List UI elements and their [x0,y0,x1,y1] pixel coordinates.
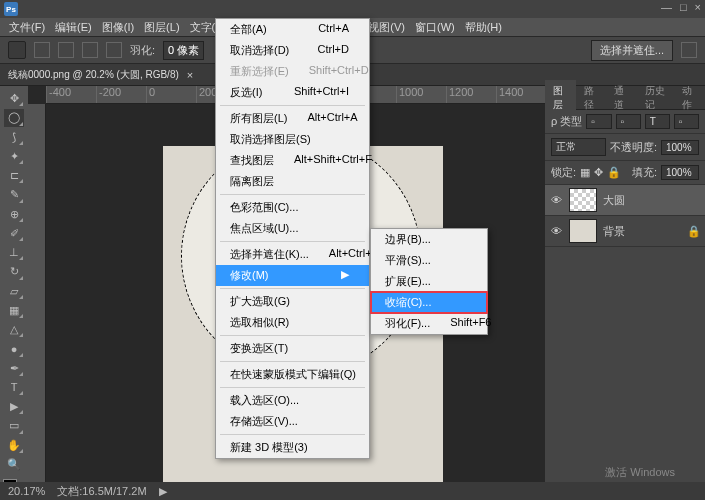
visibility-icon[interactable]: 👁 [549,225,563,237]
menu-3[interactable]: 图层(L) [139,18,184,37]
zoom-tool[interactable]: 🔍 [4,456,24,473]
opacity-label: 不透明度: [610,140,657,155]
pen-tool[interactable]: ✒ [4,360,24,377]
lasso-tool[interactable]: ⟆ [4,129,24,146]
hand-tool[interactable]: ✋ [4,437,24,454]
panel-tabs: 图层路径通道历史记动作 [545,86,705,110]
app-icon: Ps [4,2,18,16]
fill-input[interactable]: 100% [661,165,699,180]
selection-add-icon[interactable] [58,42,74,58]
layer-row[interactable]: 👁背景🔒 [545,216,705,247]
filter-icon[interactable]: ▫ [674,114,699,129]
close-icon[interactable]: × [695,1,701,13]
menu-item[interactable]: 选取相似(R) [216,312,369,333]
type-tool[interactable]: T [4,379,24,396]
opacity-input[interactable]: 100% [661,140,699,155]
menu-item[interactable]: 隔离图层 [216,171,369,192]
dodge-tool[interactable]: ● [4,340,24,357]
windows-watermark: 激活 Windows [605,465,675,480]
menu-item[interactable]: 平滑(S)... [371,250,487,271]
menu-item[interactable]: 存储选区(V)... [216,411,369,432]
feather-input[interactable]: 0 像素 [163,41,204,60]
move-tool[interactable]: ✥ [4,90,24,107]
eraser-tool[interactable]: ▱ [4,283,24,300]
modify-submenu-dropdown: 边界(B)...平滑(S)...扩展(E)...收缩(C)...羽化(F)...… [370,228,488,335]
layer-thumb [569,219,597,243]
menu-10[interactable]: 帮助(H) [460,18,507,37]
marquee-tool[interactable]: ◯ [4,109,24,126]
selection-intersect-icon[interactable] [106,42,122,58]
layers-panel: 图层路径通道历史记动作 ρ 类型 ▫ ▫ T ▫ 正常 不透明度: 100% 锁… [545,86,705,500]
menu-item[interactable]: 扩大选取(G) [216,291,369,312]
history-brush-tool[interactable]: ↻ [4,263,24,280]
menu-item[interactable]: 查找图层Alt+Shift+Ctrl+F [216,150,369,171]
menu-item[interactable]: 焦点区域(U)... [216,218,369,239]
menu-item[interactable]: 载入选区(O)... [216,390,369,411]
shape-tool[interactable]: ▭ [4,417,24,434]
toolbar: ✥ ◯ ⟆ ✦ ⊏ ✎ ⊕ ✐ ⊥ ↻ ▱ ▦ △ ● ✒ T ▶ ▭ ✋ 🔍 [0,86,28,500]
toggle-panels-icon[interactable] [681,42,697,58]
menu-item[interactable]: 变换选区(T) [216,338,369,359]
menu-item[interactable]: 反选(I)Shift+Ctrl+I [216,82,369,103]
feather-label: 羽化: [130,43,155,58]
menu-item[interactable]: 取消选择图层(S) [216,129,369,150]
layer-name: 背景 [603,224,625,239]
lock-icon: 🔒 [687,225,701,238]
menu-item[interactable]: 取消选择(D)Ctrl+D [216,40,369,61]
filter-icon[interactable]: T [645,114,670,129]
menu-item[interactable]: 全部(A)Ctrl+A [216,19,369,40]
stamp-tool[interactable]: ⊥ [4,244,24,261]
menu-item[interactable]: 收缩(C)... [371,292,487,313]
doc-size: 文档:16.5M/17.2M [57,484,146,499]
menu-8[interactable]: 视图(V) [363,18,410,37]
window-controls: — □ × [661,1,701,13]
document-tab[interactable]: 线稿0000.png @ 20.2% (大圆, RGB/8) [8,68,179,82]
ruler-vertical [28,104,46,500]
path-select-tool[interactable]: ▶ [4,398,24,415]
selection-sub-icon[interactable] [82,42,98,58]
lock-position-icon[interactable]: ✥ [594,166,603,179]
blend-mode-select[interactable]: 正常 [551,138,606,156]
select-and-mask-button[interactable]: 选择并遮住... [591,40,673,61]
menu-item[interactable]: 所有图层(L)Alt+Ctrl+A [216,108,369,129]
filter-icon[interactable]: ▫ [586,114,611,129]
menu-item: 重新选择(E)Shift+Ctrl+D [216,61,369,82]
select-menu-dropdown: 全部(A)Ctrl+A取消选择(D)Ctrl+D重新选择(E)Shift+Ctr… [215,18,370,459]
maximize-icon[interactable]: □ [680,1,687,13]
menu-item[interactable]: 边界(B)... [371,229,487,250]
heal-tool[interactable]: ⊕ [4,206,24,223]
layer-thumb [569,188,597,212]
minimize-icon[interactable]: — [661,1,672,13]
menu-0[interactable]: 文件(F) [4,18,50,37]
gradient-tool[interactable]: ▦ [4,302,24,319]
menu-item[interactable]: 选择并遮住(K)...Alt+Ctrl+R [216,244,369,265]
menu-item[interactable]: 色彩范围(C)... [216,197,369,218]
filter-icon[interactable]: ▫ [616,114,641,129]
blur-tool[interactable]: △ [4,321,24,338]
selection-new-icon[interactable] [34,42,50,58]
eyedropper-tool[interactable]: ✎ [4,186,24,203]
menu-item[interactable]: 在快速蒙版模式下编辑(Q) [216,364,369,385]
crop-tool[interactable]: ⊏ [4,167,24,184]
visibility-icon[interactable]: 👁 [549,194,563,206]
layer-filter-label: ρ 类型 [551,114,582,129]
zoom-level[interactable]: 20.17% [8,485,45,497]
menu-item[interactable]: 新建 3D 模型(3) [216,437,369,458]
lock-all-icon[interactable]: 🔒 [607,166,621,179]
status-bar: 20.17% 文档:16.5M/17.2M ▶ [0,482,705,500]
menu-1[interactable]: 编辑(E) [50,18,97,37]
chevron-right-icon[interactable]: ▶ [159,485,167,498]
layer-row[interactable]: 👁大圆 [545,185,705,216]
menu-item[interactable]: 扩展(E)... [371,271,487,292]
menu-2[interactable]: 图像(I) [97,18,139,37]
menu-item[interactable]: 羽化(F)...Shift+F6 [371,313,487,334]
menu-9[interactable]: 窗口(W) [410,18,460,37]
menu-item[interactable]: 修改(M)▶ [216,265,369,286]
tab-close-icon[interactable]: × [187,69,193,81]
lock-pixels-icon[interactable]: ▦ [580,166,590,179]
quick-select-tool[interactable]: ✦ [4,148,24,165]
fill-label: 填充: [632,165,657,180]
tool-preset-icon[interactable] [8,41,26,59]
brush-tool[interactable]: ✐ [4,225,24,242]
layer-name: 大圆 [603,193,625,208]
